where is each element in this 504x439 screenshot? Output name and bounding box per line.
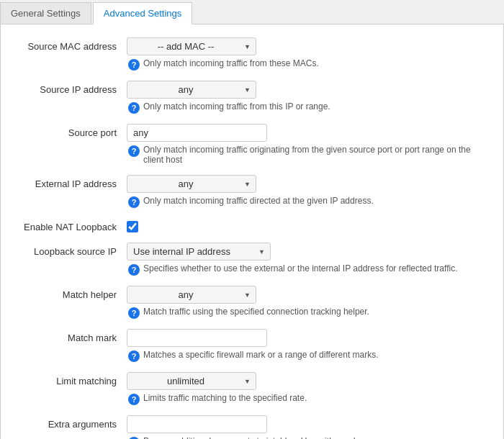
match-mark-input[interactable] xyxy=(127,329,267,347)
match-mark-control: ? Matches a specific firewall mark or a … xyxy=(127,329,489,362)
source-ip-row: Source IP address any ? Only match incom… xyxy=(15,76,489,115)
match-helper-select[interactable]: any xyxy=(127,286,256,304)
loopback-source-row: Loopback source IP Use internal IP addre… xyxy=(15,238,489,277)
match-helper-help-icon: ? xyxy=(128,307,140,319)
extra-arguments-help: ? Passes additional arguments to iptable… xyxy=(127,436,489,439)
external-ip-label: External IP address xyxy=(15,175,127,189)
match-helper-label: Match helper xyxy=(15,286,127,300)
limit-matching-row: Limit matching unlimited ? Limits traffi… xyxy=(15,368,489,407)
source-ip-select[interactable]: any xyxy=(127,81,256,99)
source-mac-help-icon: ? xyxy=(128,59,140,71)
limit-matching-label: Limit matching xyxy=(15,372,127,386)
match-mark-label: Match mark xyxy=(15,329,127,343)
source-mac-select[interactable]: -- add MAC -- xyxy=(127,37,256,55)
extra-arguments-control: ? Passes additional arguments to iptable… xyxy=(127,415,489,439)
source-port-row: Source port ? Only match incoming traffi… xyxy=(15,119,489,166)
loopback-source-help-icon: ? xyxy=(128,264,140,276)
source-mac-control: -- add MAC -- ? Only match incoming traf… xyxy=(127,37,489,71)
loopback-source-help: ? Specifies whether to use the external … xyxy=(127,263,489,276)
limit-matching-select[interactable]: unlimited xyxy=(127,372,256,390)
external-ip-select[interactable]: any xyxy=(127,175,256,193)
tab-general[interactable]: General Settings xyxy=(0,2,91,24)
limit-matching-control: unlimited ? Limits traffic matching to t… xyxy=(127,372,489,405)
match-helper-help: ? Match traffic using the specified conn… xyxy=(127,307,489,319)
loopback-source-select-wrap: Use internal IP address Use external IP … xyxy=(127,243,271,261)
extra-arguments-label: Extra arguments xyxy=(15,415,127,430)
match-mark-help: ? Matches a specific firewall mark or a … xyxy=(127,350,489,362)
limit-matching-help: ? Limits traffic matching to the specifi… xyxy=(127,393,489,405)
match-mark-row: Match mark ? Matches a specific firewall… xyxy=(15,325,489,363)
enable-nat-row: Enable NAT Loopback xyxy=(15,214,489,234)
loopback-source-control: Use internal IP address Use external IP … xyxy=(127,243,489,276)
limit-matching-select-wrap: unlimited xyxy=(127,372,256,390)
tab-bar: General Settings Advanced Settings xyxy=(0,0,504,24)
external-ip-row: External IP address any ? Only match inc… xyxy=(15,171,489,209)
source-ip-label: Source IP address xyxy=(15,81,127,95)
enable-nat-label: Enable NAT Loopback xyxy=(15,218,127,232)
source-ip-help-icon: ? xyxy=(128,102,140,114)
loopback-source-select[interactable]: Use internal IP address Use external IP … xyxy=(127,243,271,261)
source-mac-select-wrap: -- add MAC -- xyxy=(127,37,256,55)
advanced-settings-panel: Source MAC address -- add MAC -- ? Only … xyxy=(0,24,504,439)
source-port-label: Source port xyxy=(15,124,127,138)
source-ip-select-wrap: any xyxy=(127,81,256,99)
source-port-help: ? Only match incoming traffic originatin… xyxy=(127,145,489,165)
source-port-control: ? Only match incoming traffic originatin… xyxy=(127,124,489,165)
match-mark-help-icon: ? xyxy=(128,350,140,362)
match-helper-control: any ? Match traffic using the specified … xyxy=(127,286,489,319)
enable-nat-checkbox[interactable] xyxy=(127,221,138,232)
limit-matching-help-icon: ? xyxy=(128,394,140,405)
source-ip-help: ? Only match incoming traffic from this … xyxy=(127,101,489,114)
external-ip-control: any ? Only match incoming traffic direct… xyxy=(127,175,489,208)
match-helper-select-wrap: any xyxy=(127,286,256,304)
source-mac-help: ? Only match incoming traffic from these… xyxy=(127,58,489,71)
source-port-help-icon: ? xyxy=(128,145,140,157)
source-mac-row: Source MAC address -- add MAC -- ? Only … xyxy=(15,33,489,72)
source-port-input[interactable] xyxy=(127,124,267,142)
tab-advanced[interactable]: Advanced Settings xyxy=(93,2,192,24)
external-ip-help: ? Only match incoming traffic directed a… xyxy=(127,196,489,208)
loopback-source-label: Loopback source IP xyxy=(15,243,127,257)
source-ip-control: any ? Only match incoming traffic from t… xyxy=(127,81,489,114)
external-ip-help-icon: ? xyxy=(128,196,140,208)
match-helper-row: Match helper any ? Match traffic using t… xyxy=(15,281,489,320)
external-ip-select-wrap: any xyxy=(127,175,256,193)
extra-arguments-input[interactable] xyxy=(127,415,267,433)
source-mac-label: Source MAC address xyxy=(15,37,127,52)
extra-arguments-row: Extra arguments ? Passes additional argu… xyxy=(15,411,489,439)
enable-nat-control xyxy=(127,218,489,232)
enable-nat-checkbox-wrap xyxy=(127,218,489,232)
